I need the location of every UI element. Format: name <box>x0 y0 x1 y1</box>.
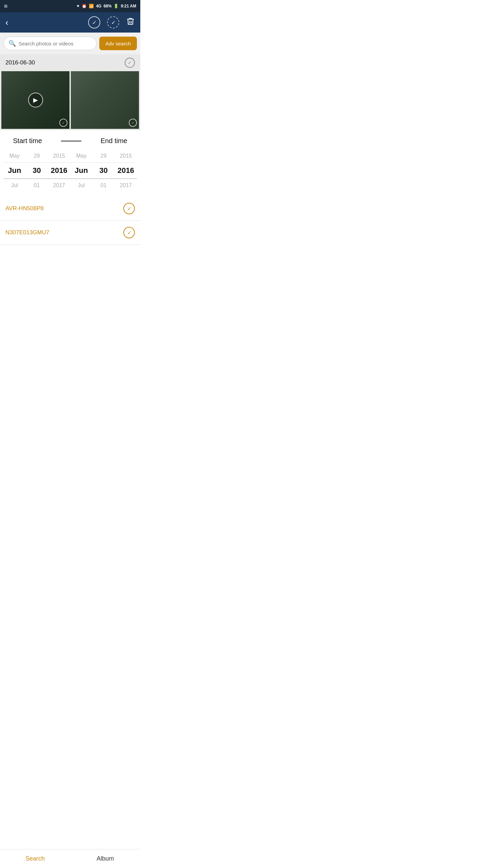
date-select-button[interactable]: ✓ <box>125 58 135 68</box>
device-item-2[interactable]: N307E013GMU7 ✓ <box>0 221 140 245</box>
end-day-above[interactable]: 29 <box>93 150 115 163</box>
alarm-icon: ⏰ <box>82 4 87 8</box>
start-month-column[interactable]: May Jun Jul <box>3 150 26 192</box>
photo-item-photo[interactable]: ✓ <box>71 71 139 129</box>
end-day-selected[interactable]: 30 <box>93 163 115 179</box>
time-labels: Start time End time <box>3 137 137 145</box>
status-bar: ⊞ ✦ ⏰ 📶 4G 68% 🔋 9:21 AM <box>0 0 140 12</box>
delete-button[interactable] <box>126 17 135 28</box>
date-header: 2016-06-30 ✓ <box>0 54 140 71</box>
back-button[interactable]: ‹ <box>5 18 8 27</box>
search-bar-container: 🔍 Adv search <box>0 33 140 54</box>
battery-icon: 🔋 <box>114 4 119 8</box>
start-year-column[interactable]: 2015 2016 2017 <box>48 150 70 192</box>
start-day-column[interactable]: 29 30 01 <box>26 150 48 192</box>
end-year-selected[interactable]: 2016 <box>115 163 137 179</box>
device-check-1[interactable]: ✓ <box>123 203 135 214</box>
item-check-1[interactable]: ✓ <box>59 119 67 127</box>
end-day-column[interactable]: 29 30 01 <box>93 150 115 192</box>
search-icon: 🔍 <box>8 40 16 47</box>
start-year-selected[interactable]: 2016 <box>48 163 70 179</box>
gallery-icon: ⊞ <box>4 4 7 8</box>
end-month-column[interactable]: May Jun Jul <box>70 150 93 192</box>
end-month-below[interactable]: Jul <box>70 179 93 192</box>
adv-search-button[interactable]: Adv search <box>99 37 137 50</box>
check-icon: ✓ <box>92 19 97 26</box>
device-check-icon-1: ✓ <box>127 205 131 212</box>
start-day-selected[interactable]: 30 <box>26 163 48 179</box>
end-year-below[interactable]: 2017 <box>115 179 137 192</box>
end-time-label: End time <box>101 137 127 145</box>
time-separator <box>61 141 81 141</box>
date-label: 2016-06-30 <box>5 59 35 66</box>
nav-actions: ✓ ✓ <box>88 16 135 28</box>
end-month-above[interactable]: May <box>70 150 93 163</box>
photo-item-video[interactable]: ▶ ✓ <box>1 71 69 129</box>
end-year-column[interactable]: 2015 2016 2017 <box>115 150 137 192</box>
start-day-below[interactable]: 01 <box>26 179 48 192</box>
confirm-button[interactable]: ✓ <box>88 16 100 28</box>
check-dashed-icon: ✓ <box>111 19 116 26</box>
device-name-1: AVR-HN508P8 <box>5 205 44 212</box>
search-input[interactable] <box>19 41 92 46</box>
battery-percent: 68% <box>103 4 111 8</box>
start-month-selected[interactable]: Jun <box>3 163 26 179</box>
device-list: AVR-HN508P8 ✓ N307E013GMU7 ✓ <box>0 197 140 245</box>
nav-bar: ‹ ✓ ✓ <box>0 12 140 33</box>
device-check-icon-2: ✓ <box>127 230 131 236</box>
item-check-2[interactable]: ✓ <box>129 119 137 127</box>
search-input-wrapper[interactable]: 🔍 <box>3 37 97 50</box>
start-date-picker[interactable]: May Jun Jul 29 30 01 2015 2016 2017 <box>3 150 70 192</box>
start-month-above[interactable]: May <box>3 150 26 163</box>
photos-section: 2016-06-30 ✓ ▶ ✓ ✓ <box>0 54 140 130</box>
device-name-2: N307E013GMU7 <box>5 229 49 236</box>
wifi-icon: 📶 <box>89 4 94 8</box>
confirm-dashed-button[interactable]: ✓ <box>107 16 119 28</box>
time-display: 9:21 AM <box>121 4 136 8</box>
end-day-below[interactable]: 01 <box>93 179 115 192</box>
start-month-below[interactable]: Jul <box>3 179 26 192</box>
start-year-above[interactable]: 2015 <box>48 150 70 163</box>
play-button[interactable]: ▶ <box>28 93 43 107</box>
start-time-label: Start time <box>13 137 42 145</box>
start-day-above[interactable]: 29 <box>26 150 48 163</box>
end-month-selected[interactable]: Jun <box>70 163 93 179</box>
start-year-below[interactable]: 2017 <box>48 179 70 192</box>
device-item-1[interactable]: AVR-HN508P8 ✓ <box>0 197 140 221</box>
bluetooth-icon: ✦ <box>76 4 80 8</box>
date-pickers: May Jun Jul 29 30 01 2015 2016 2017 May … <box>3 150 137 192</box>
signal-icon: 4G <box>96 4 101 8</box>
end-year-above[interactable]: 2015 <box>115 150 137 163</box>
date-check-icon: ✓ <box>128 60 132 65</box>
photo-grid: ▶ ✓ ✓ <box>0 71 140 130</box>
date-picker-section: Start time End time May Jun Jul 29 30 01… <box>0 130 140 195</box>
device-check-2[interactable]: ✓ <box>123 227 135 238</box>
photo-thumbnail <box>71 71 139 129</box>
end-date-picker[interactable]: May Jun Jul 29 30 01 2015 2016 2017 <box>70 150 137 192</box>
